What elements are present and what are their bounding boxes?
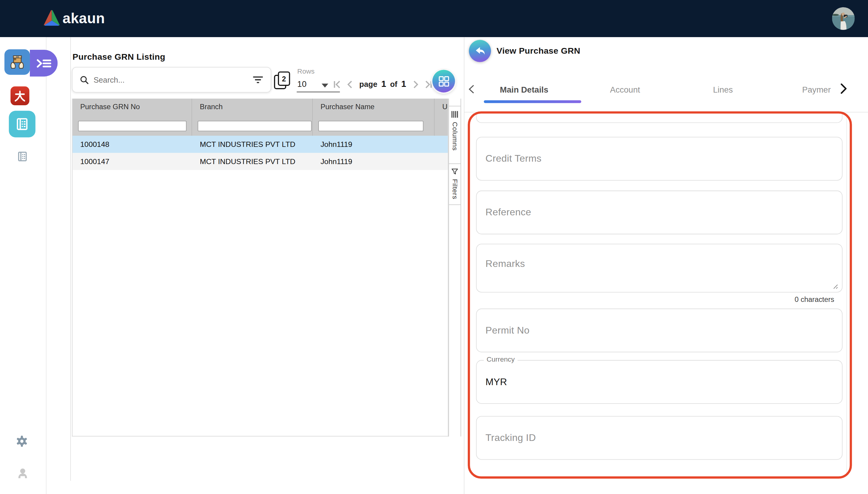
settings-button[interactable] bbox=[15, 435, 28, 448]
inventory-module-button[interactable] bbox=[4, 49, 30, 75]
of-word: of bbox=[390, 80, 397, 88]
scrolled-field-edge[interactable] bbox=[476, 113, 843, 123]
currency-label: Currency bbox=[484, 356, 517, 363]
purchase-grn-table: Purchase GRN No Branch Purchaser Name Up… bbox=[72, 99, 449, 436]
tab-payment[interactable]: Paymer bbox=[802, 85, 837, 95]
columns-side-tab[interactable]: Columns bbox=[449, 106, 461, 164]
tab-lines[interactable]: Lines bbox=[713, 85, 733, 94]
cell-purchaser[interactable]: John1119 bbox=[313, 153, 435, 170]
page-indicator: page 1 of 1 bbox=[359, 79, 406, 89]
remarks-character-counter: 0 characters bbox=[476, 295, 834, 304]
page-title: Purchase GRN Listing bbox=[73, 52, 165, 62]
column-header-branch[interactable]: Branch bbox=[192, 99, 313, 115]
filter-input-purchaser[interactable] bbox=[318, 120, 423, 131]
filters-side-tab[interactable]: Filters bbox=[449, 164, 461, 205]
expand-menu-icon bbox=[36, 58, 51, 68]
current-page: 1 bbox=[381, 79, 386, 89]
expand-menu-button[interactable] bbox=[30, 50, 58, 76]
table-header-row: Purchase GRN No Branch Purchaser Name Up bbox=[73, 99, 448, 115]
resize-handle-icon[interactable] bbox=[832, 283, 838, 289]
currency-field[interactable]: Currency MYR bbox=[476, 360, 843, 404]
list-document-icon bbox=[15, 117, 29, 132]
search-icon bbox=[80, 75, 89, 84]
tracking-id-field[interactable]: Tracking ID bbox=[476, 416, 843, 460]
rows-per-page-select[interactable]: 10 bbox=[297, 79, 307, 89]
module-sidebar bbox=[0, 37, 46, 494]
tracking-id-label: Tracking ID bbox=[486, 432, 536, 444]
listing-module-button-inactive[interactable] bbox=[17, 151, 28, 163]
remarks-label: Remarks bbox=[486, 258, 525, 270]
hands-holding-box-icon bbox=[8, 53, 26, 71]
total-pages: 1 bbox=[401, 79, 406, 89]
active-tab-indicator bbox=[484, 100, 581, 102]
top-navbar: akaun bbox=[0, 0, 868, 37]
duplicate-pages-button[interactable]: 2 bbox=[273, 72, 290, 88]
tab-main-details[interactable]: Main Details bbox=[500, 85, 549, 94]
gear-icon bbox=[15, 435, 28, 448]
detail-title: View Purchase GRN bbox=[497, 46, 580, 56]
column-header-grn-no[interactable]: Purchase GRN No bbox=[73, 99, 192, 115]
cell-grn-no[interactable]: 1000147 bbox=[73, 153, 192, 170]
tabs-scroll-left-icon[interactable] bbox=[468, 84, 475, 94]
first-page-button[interactable] bbox=[333, 80, 342, 88]
grid-icon bbox=[437, 75, 450, 88]
detail-scroll-gutter bbox=[846, 114, 847, 474]
back-button[interactable] bbox=[469, 40, 491, 62]
last-page-button[interactable] bbox=[424, 80, 432, 88]
columns-tab-label: Columns bbox=[451, 122, 459, 151]
funnel-icon bbox=[451, 168, 458, 175]
list-document-icon-gray bbox=[17, 151, 28, 163]
table-side-tabs: Columns Filters bbox=[449, 99, 461, 436]
grid-view-button[interactable] bbox=[432, 70, 455, 92]
table-row-selected[interactable]: 1000148 MCT INDUSTRIES PVT LTD John1119 bbox=[73, 136, 448, 153]
back-arrow-icon bbox=[473, 44, 487, 58]
panel-divider bbox=[464, 37, 465, 494]
caret-down-icon[interactable] bbox=[321, 83, 328, 88]
reference-label: Reference bbox=[486, 207, 531, 218]
permit-no-label: Permit No bbox=[486, 324, 530, 336]
reference-field[interactable]: Reference bbox=[476, 191, 843, 234]
tab-payment-label: Paymer bbox=[802, 85, 831, 94]
column-header-updated[interactable]: Up bbox=[435, 99, 448, 115]
remarks-textarea[interactable]: Remarks bbox=[476, 244, 843, 292]
column-header-purchaser[interactable]: Purchaser Name bbox=[313, 99, 435, 115]
listing-module-button-active[interactable] bbox=[9, 111, 35, 137]
credit-terms-label: Credit Terms bbox=[486, 153, 541, 165]
filter-lines-icon[interactable] bbox=[253, 75, 263, 84]
pdf-app-button[interactable] bbox=[11, 87, 29, 105]
search-input[interactable] bbox=[93, 75, 253, 85]
credit-terms-field[interactable]: Credit Terms bbox=[476, 137, 843, 180]
person-icon bbox=[17, 467, 28, 479]
page-word: page bbox=[359, 80, 377, 88]
user-avatar[interactable] bbox=[832, 7, 855, 30]
filter-input-grn-no[interactable] bbox=[78, 120, 186, 131]
table-filter-row bbox=[73, 115, 448, 136]
cell-purchaser[interactable]: John1119 bbox=[313, 136, 435, 153]
cell-branch[interactable]: MCT INDUSTRIES PVT LTD bbox=[192, 153, 313, 170]
filter-input-branch[interactable] bbox=[198, 120, 312, 131]
profile-button[interactable] bbox=[17, 467, 28, 479]
columns-icon bbox=[451, 111, 458, 118]
tab-account[interactable]: Account bbox=[610, 85, 640, 94]
cell-branch[interactable]: MCT INDUSTRIES PVT LTD bbox=[192, 136, 313, 153]
app-window: akaun bbox=[0, 0, 868, 494]
tabs-scroll-right-icon[interactable] bbox=[839, 83, 848, 95]
currency-value: MYR bbox=[486, 376, 507, 388]
table-row[interactable]: 1000147 MCT INDUSTRIES PVT LTD John1119 bbox=[73, 153, 448, 170]
prev-page-button[interactable] bbox=[347, 80, 353, 88]
cell-grn-no[interactable]: 1000148 bbox=[73, 136, 192, 153]
akaun-logo-icon bbox=[43, 10, 60, 26]
search-bar[interactable] bbox=[72, 67, 271, 92]
rows-select-underline bbox=[297, 91, 340, 93]
filters-tab-label: Filters bbox=[451, 179, 459, 200]
brand-name: akaun bbox=[63, 10, 105, 26]
next-page-button[interactable] bbox=[413, 80, 419, 88]
da-character-icon bbox=[13, 89, 26, 102]
pagination: page 1 of 1 bbox=[333, 79, 432, 89]
panel-left-border bbox=[70, 37, 71, 481]
rows-label: Rows bbox=[297, 68, 314, 75]
pages-count-icon: 2 bbox=[278, 72, 290, 86]
permit-no-field[interactable]: Permit No bbox=[476, 308, 843, 352]
